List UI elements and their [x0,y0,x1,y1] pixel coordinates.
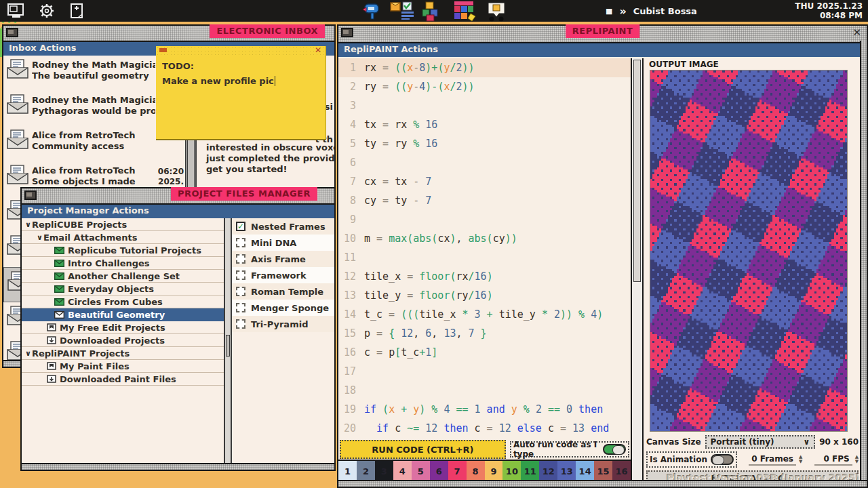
tree-item-another-challenge-set[interactable]: Another Challenge Set [22,270,224,283]
palette-color-14[interactable]: 14 [576,461,594,481]
checkbox-unchecked[interactable] [236,303,245,312]
tree-item-email-attachments[interactable]: ∨Email Attachments [22,231,224,244]
project-manager-actions-header[interactable]: Project Manager Actions [22,205,334,218]
color-grid-icon[interactable] [453,1,477,22]
tree-item-downloaded-projects[interactable]: Downloaded Projects [22,334,224,347]
checkbox-unchecked[interactable] [236,319,245,329]
file-item-tri-pyramid[interactable]: Tri-Pyramid [232,316,334,332]
code-line-9[interactable]: 9 [338,210,631,229]
file-item-mini-dna[interactable]: Mini DNA [232,235,334,251]
window-menu-button[interactable] [341,28,353,37]
file-item-framework[interactable]: Framework [232,267,334,283]
palette-color-9[interactable]: 9 [485,461,503,481]
code-line-16[interactable]: 16c = p[t_c+1] [338,343,631,362]
stop-icon[interactable]: ■ [606,7,612,16]
code-line-10[interactable]: 10m = max(abs(cx), abs(cy)) [338,229,631,248]
computer-icon[interactable] [7,3,24,19]
tree-item-downloaded-paint-files[interactable]: Downloaded Paint Files [22,373,224,386]
file-item-axis-frame[interactable]: Axis Frame [232,251,334,267]
is-animation-toggle[interactable] [711,454,734,465]
palette-color-3[interactable]: 3 [375,461,393,481]
code-line-12[interactable]: 12tile_x = floor(rx/16) [338,267,631,286]
file-item-roman-temple[interactable]: Roman Temple [232,283,334,300]
code-line-13[interactable]: 13tile_y = floor(ry/16) [338,286,631,305]
palette-color-6[interactable]: 6 [430,461,448,481]
palette-color-10[interactable]: 10 [502,461,521,481]
palette-color-11[interactable]: 11 [521,461,539,481]
palette-color-16[interactable]: 16 [612,461,631,481]
voxel-cube-icon[interactable] [420,1,446,22]
spinner-down-icon[interactable]: ▼ [855,460,859,464]
window-menu-button[interactable] [24,190,37,200]
code-line-11[interactable]: 11 [338,248,631,267]
code-line-3[interactable]: 3 [338,96,631,115]
code-line-19[interactable]: 19if (x + y) % 4 == 1 and y % 2 == 0 the… [338,400,631,419]
file-item-menger-sponge[interactable]: Menger Sponge [232,300,334,316]
new-file-icon[interactable] [69,3,84,19]
checkbox-unchecked[interactable] [236,270,245,280]
spinner-down-icon[interactable]: ▼ [799,460,802,464]
sticky-note[interactable]: ✕ TODO: Make a new profile pic [156,46,326,140]
close-icon[interactable]: ✕ [852,26,861,39]
project-manager-titlebar[interactable]: PROJECT FILES MANAGER [22,188,334,205]
file-item-nested-frames[interactable]: ✓Nested Frames [232,218,334,235]
tree-item-replicube-projects[interactable]: ∨RepliCUBE Projects [22,218,224,231]
caret-down-icon[interactable]: ∨ [37,231,43,244]
code-line-21[interactable]: 21end [338,438,631,439]
caret-down-icon[interactable]: ∨ [25,347,31,360]
palette-color-5[interactable]: 5 [412,461,430,481]
gear-icon[interactable] [38,3,56,19]
replipaint-actions-header[interactable]: RepliPAINT Actions [338,43,867,57]
palette-color-8[interactable]: 8 [467,461,485,481]
tree-item-replipaint-projects[interactable]: ∨RepliPAINT Projects [22,347,224,360]
code-editor[interactable]: 1rx = ((x-8)+(y/2))2ry = ((y-4)-(x/2))34… [338,58,631,439]
palette-color-13[interactable]: 13 [557,461,576,481]
checkbox-unchecked[interactable] [236,287,245,296]
sticky-note-header[interactable]: ✕ [156,46,326,55]
code-line-5[interactable]: 5ty = ry % 16 [338,134,631,153]
checkbox-unchecked[interactable] [236,254,245,264]
code-scrollbar[interactable] [631,58,642,481]
tree-item-my-paint-files[interactable]: My Paint Files [22,360,224,373]
palette-color-7[interactable]: 7 [448,461,467,481]
code-line-18[interactable]: 18 [338,381,631,400]
code-line-14[interactable]: 14t_c = (((tile_x * 3 + tile_y * 2)) % 4… [338,305,631,324]
palette-color-1[interactable]: 1 [338,461,357,481]
project-tree-scrollbar[interactable] [224,218,232,464]
checkbox-checked[interactable]: ✓ [236,222,245,231]
tree-item-circles-from-cubes[interactable]: Circles From Cubes [22,296,224,308]
project-tree-scrollbar-thumb[interactable] [226,335,230,357]
code-scrollbar-thumb[interactable] [633,60,641,282]
checkbox-unchecked[interactable] [236,238,245,247]
run-code-button[interactable]: RUN CODE (CTRL+R) [340,440,506,459]
minimize-icon[interactable] [159,48,167,52]
fps-value[interactable]: 0 FPS [814,454,852,466]
code-line-20[interactable]: 20 if c ~= 12 then c = 12 else c = 13 en… [338,419,631,438]
palette-color-2[interactable]: 2 [357,461,375,481]
code-line-17[interactable]: 17 [338,362,631,381]
mailbox-icon[interactable] [362,1,382,20]
caret-down-icon[interactable]: ∨ [25,218,31,231]
tree-item-beautiful-geometry[interactable]: Beautiful Geometry [22,308,224,321]
palette-color-4[interactable]: 4 [393,461,412,481]
palette-color-12[interactable]: 12 [539,461,557,481]
inbox-titlebar[interactable]: ELECTRONIC INBOX [3,26,334,42]
task-cube-icon[interactable] [389,1,415,20]
code-line-7[interactable]: 7cx = tx - 7 [338,172,631,191]
code-line-4[interactable]: 4tx = rx % 16 [338,115,631,134]
tree-item-replicube-tutorial-projects[interactable]: Replicube Tutorial Projects [22,244,224,257]
fps-stepper[interactable]: ▲ ▼ [855,455,859,464]
tree-item-my-free-edit-projects[interactable]: My Free Edit Projects [22,321,224,334]
code-line-6[interactable]: 6 [338,153,631,172]
frames-value[interactable]: 0 Frames [749,454,796,466]
sticky-note-body[interactable]: TODO: Make a new profile pic [156,55,326,92]
close-icon[interactable]: ✕ [315,46,321,55]
code-line-8[interactable]: 8cy = ty - 7 [338,191,631,210]
palette-color-15[interactable]: 15 [594,461,612,481]
chat-cube-icon[interactable] [483,1,510,22]
autorun-toggle[interactable] [603,444,626,455]
tree-item-everyday-objects[interactable]: Everyday Objects [22,283,224,296]
tree-item-intro-challenges[interactable]: Intro Challenges [22,257,224,270]
canvas-size-dropdown[interactable]: Portrait (tiny) ∨ [705,435,816,449]
frames-stepper[interactable]: ▲ ▼ [799,455,802,464]
